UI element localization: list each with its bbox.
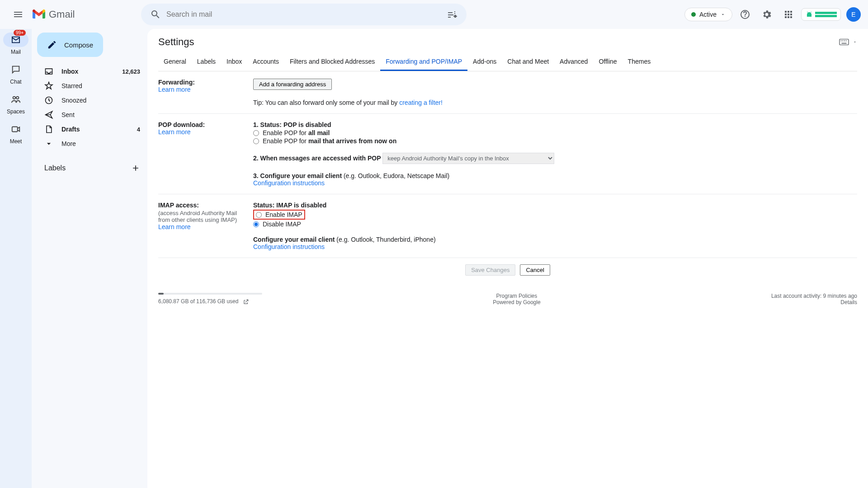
search-input[interactable] — [166, 10, 441, 19]
plus-icon — [131, 164, 140, 173]
pop-learn-more-link[interactable]: Learn more — [158, 128, 191, 136]
imap-config-link[interactable]: Configuration instructions — [253, 243, 325, 250]
app-rail: 99+ Mail Chat Spaces Meet — [0, 29, 32, 488]
star-icon — [44, 81, 53, 90]
svg-point-2 — [13, 97, 15, 99]
open-external-icon[interactable] — [243, 299, 249, 305]
help-button[interactable] — [736, 5, 754, 23]
pop-action-select[interactable]: keep Android Authority Mail's copy in th… — [382, 153, 554, 164]
section-pop: POP download: Learn more 1. Status: POP … — [158, 114, 857, 194]
tab-forwarding-pop-imap[interactable]: Forwarding and POP/IMAP — [380, 53, 467, 71]
svg-rect-9 — [844, 40, 845, 41]
pop-config-link[interactable]: Configuration instructions — [253, 179, 325, 187]
powered-by: Powered by Google — [493, 299, 540, 305]
tab-themes[interactable]: Themes — [623, 53, 656, 71]
svg-rect-7 — [841, 40, 842, 41]
program-policies-link[interactable]: Program Policies — [496, 293, 538, 299]
rail-chat[interactable]: Chat — [3, 62, 28, 85]
cancel-button[interactable]: Cancel — [520, 264, 550, 276]
workspace-badge[interactable] — [801, 8, 841, 21]
tab-general[interactable]: General — [158, 53, 192, 71]
search-options-icon[interactable] — [441, 4, 463, 25]
search-icon[interactable] — [145, 4, 166, 25]
pop-label: POP download: — [158, 121, 248, 128]
imap-learn-more-link[interactable]: Learn more — [158, 223, 191, 230]
forwarding-label: Forwarding: — [158, 79, 248, 86]
labels-header: Labels — [35, 158, 147, 173]
settings-button[interactable] — [758, 5, 776, 23]
inbox-icon — [44, 67, 53, 76]
tab-addons[interactable]: Add-ons — [467, 53, 502, 71]
nav-sent[interactable]: Sent — [35, 108, 147, 122]
keyboard-icon — [839, 38, 849, 46]
spaces-icon — [11, 94, 21, 104]
details-link[interactable]: Details — [840, 299, 857, 305]
nav-more[interactable]: More — [35, 136, 147, 151]
gmail-text: Gmail — [49, 9, 75, 20]
svg-rect-0 — [815, 12, 837, 14]
svg-rect-4 — [12, 127, 18, 132]
header-right: Active E — [684, 5, 861, 23]
account-avatar[interactable]: E — [846, 7, 861, 22]
clock-icon — [44, 96, 53, 105]
add-forwarding-address-button[interactable]: Add a forwarding address — [253, 79, 332, 90]
tab-advanced[interactable]: Advanced — [554, 53, 593, 71]
svg-rect-10 — [846, 40, 847, 41]
create-filter-link[interactable]: creating a filter! — [399, 99, 443, 106]
compose-button[interactable]: Compose — [37, 33, 103, 57]
nav-snoozed[interactable]: Snoozed — [35, 93, 147, 108]
section-forwarding: Forwarding: Learn more Add a forwarding … — [158, 71, 857, 114]
nav-drafts[interactable]: Drafts 4 — [35, 122, 147, 136]
tab-labels[interactable]: Labels — [192, 53, 221, 71]
hamburger-icon — [13, 9, 24, 20]
rail-spaces[interactable]: Spaces — [3, 92, 28, 115]
authority-text-icon — [815, 11, 837, 18]
svg-rect-6 — [840, 39, 849, 45]
status-chip[interactable]: Active — [684, 8, 732, 21]
svg-point-3 — [16, 97, 19, 99]
imap-disable-radio[interactable] — [253, 221, 259, 227]
tab-chat-meet[interactable]: Chat and Meet — [502, 53, 554, 71]
add-label-button[interactable] — [131, 164, 140, 173]
footer: 6,080.87 GB of 116,736 GB used Program P… — [158, 293, 857, 305]
chevron-down-icon — [720, 12, 726, 17]
tab-inbox[interactable]: Inbox — [221, 53, 247, 71]
imap-enable-radio[interactable] — [256, 212, 262, 218]
tab-filters[interactable]: Filters and Blocked Addresses — [284, 53, 380, 71]
header-bar: Gmail Active E — [0, 0, 868, 29]
input-tools-button[interactable] — [839, 38, 857, 46]
draft-icon — [44, 125, 53, 134]
nav-inbox[interactable]: Inbox 12,623 — [35, 64, 147, 79]
tab-accounts[interactable]: Accounts — [247, 53, 284, 71]
gmail-m-icon — [33, 9, 45, 19]
svg-rect-11 — [842, 43, 847, 44]
gmail-logo[interactable]: Gmail — [33, 9, 123, 20]
page-title: Settings — [158, 36, 194, 48]
imap-hint: (access Android Authority Mail from othe… — [158, 210, 248, 223]
main-menu-button[interactable] — [7, 4, 29, 25]
save-changes-button[interactable]: Save Changes — [465, 264, 515, 276]
imap-disable-radio-row[interactable]: Disable IMAP — [253, 221, 857, 228]
search-bar[interactable] — [141, 4, 467, 25]
mail-badge: 99+ — [14, 30, 26, 36]
svg-rect-8 — [842, 40, 843, 41]
pop-enable-all-radio[interactable]: Enable POP for all mail — [253, 129, 857, 136]
apps-button[interactable] — [779, 5, 797, 23]
mail-icon — [11, 36, 21, 44]
active-dot-icon — [691, 12, 696, 17]
section-imap: IMAP access: (access Android Authority M… — [158, 194, 857, 258]
chevron-down-icon — [853, 40, 857, 44]
android-icon — [805, 10, 813, 19]
rail-mail[interactable]: 99+ Mail — [3, 33, 28, 55]
chevron-down-icon — [44, 139, 53, 148]
forwarding-learn-more-link[interactable]: Learn more — [158, 86, 191, 93]
apps-grid-icon — [783, 9, 794, 20]
rail-meet[interactable]: Meet — [3, 122, 28, 145]
status-label: Active — [699, 11, 717, 18]
nav-starred[interactable]: Starred — [35, 79, 147, 93]
pop-enable-new-radio[interactable]: Enable POP for mail that arrives from no… — [253, 137, 857, 145]
meet-icon — [11, 124, 21, 134]
tab-offline[interactable]: Offline — [593, 53, 622, 71]
send-icon — [44, 110, 53, 119]
settings-tabs: General Labels Inbox Accounts Filters an… — [158, 53, 857, 71]
